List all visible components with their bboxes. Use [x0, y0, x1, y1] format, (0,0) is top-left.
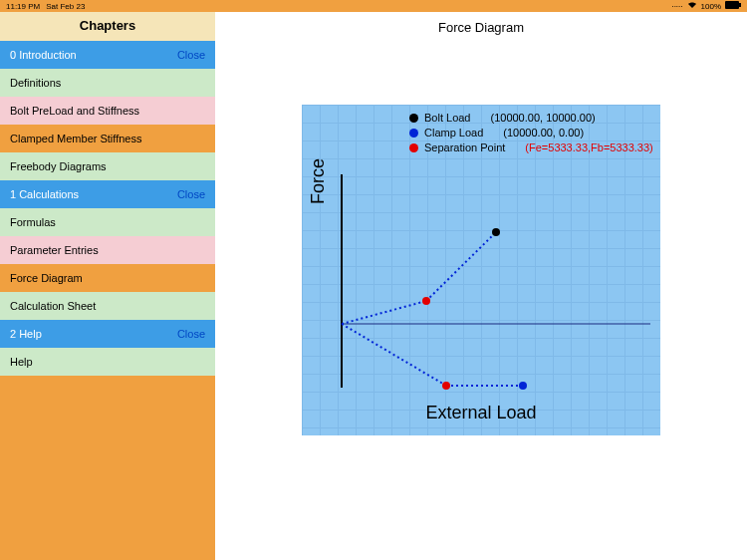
- wifi-icon: [687, 1, 697, 11]
- bolt-load-point: [492, 228, 500, 236]
- sidebar-item-label: Formulas: [10, 216, 56, 228]
- clamp-load-point: [519, 382, 527, 390]
- sidebar-item-label: 0 Introduction: [10, 49, 77, 61]
- battery-icon: [725, 1, 741, 11]
- sidebar-item-label: 2 Help: [10, 328, 42, 340]
- sidebar-item-calculation-sheet[interactable]: Calculation Sheet: [0, 292, 215, 320]
- sidebar-item-freebody-diagrams[interactable]: Freebody Diagrams: [0, 152, 215, 180]
- sidebar-title: Chapters: [0, 12, 215, 41]
- sidebar-item-label: Help: [10, 356, 33, 368]
- sidebar-item-force-diagram[interactable]: Force Diagram: [0, 264, 215, 292]
- sidebar-item-0-introduction[interactable]: 0 IntroductionClose: [0, 41, 215, 69]
- separation-point-upper: [422, 297, 430, 305]
- sidebar-item-label: Freebody Diagrams: [10, 160, 107, 172]
- svg-rect-1: [739, 3, 741, 7]
- sidebar-item-label: 1 Calculations: [10, 188, 79, 200]
- sidebar-item-help[interactable]: Help: [0, 348, 215, 376]
- status-date: Sat Feb 23: [46, 2, 85, 11]
- sidebar-item-label: Force Diagram: [10, 272, 83, 284]
- sidebar-item-label: Calculation Sheet: [10, 300, 96, 312]
- status-time: 11:19 PM: [6, 2, 40, 11]
- clamp-line-seg1: [342, 324, 446, 386]
- status-bar: 11:19 PM Sat Feb 23 ····· 100%: [0, 0, 747, 12]
- bolt-line-seg2: [426, 232, 496, 301]
- sidebar-item-definitions[interactable]: Definitions: [0, 69, 215, 97]
- sidebar-item-2-help[interactable]: 2 HelpClose: [0, 320, 215, 348]
- sidebar-item-clamped-member-stiffness[interactable]: Clamped Member Stiffness: [0, 125, 215, 152]
- bolt-line-seg1: [342, 301, 426, 324]
- svg-rect-0: [725, 1, 739, 9]
- close-button[interactable]: Close: [177, 49, 205, 61]
- sidebar-item-label: Parameter Entries: [10, 244, 99, 256]
- sidebar-item-label: Bolt PreLoad and Stiffness: [10, 105, 139, 117]
- battery-percent: 100%: [701, 2, 721, 11]
- sidebar: Chapters 0 IntroductionCloseDefinitionsB…: [0, 12, 215, 560]
- sidebar-item-formulas[interactable]: Formulas: [0, 208, 215, 236]
- sidebar-item-label: Clamped Member Stiffness: [10, 133, 141, 144]
- close-button[interactable]: Close: [177, 188, 205, 200]
- sidebar-item-bolt-preload-and-stiffness[interactable]: Bolt PreLoad and Stiffness: [0, 97, 215, 125]
- cell-dots-icon: ·····: [671, 2, 682, 11]
- page-title: Force Diagram: [215, 12, 747, 45]
- separation-point-lower: [442, 382, 450, 390]
- main-panel: Force Diagram Bolt Load (10000.00, 10000…: [215, 12, 747, 560]
- close-button[interactable]: Close: [177, 328, 205, 340]
- sidebar-item-parameter-entries[interactable]: Parameter Entries: [0, 236, 215, 264]
- sidebar-item-label: Definitions: [10, 77, 61, 89]
- force-diagram-chart: Bolt Load (10000.00, 10000.00) Clamp Loa…: [302, 105, 660, 435]
- chart-svg: [302, 105, 660, 435]
- sidebar-item-1-calculations[interactable]: 1 CalculationsClose: [0, 180, 215, 208]
